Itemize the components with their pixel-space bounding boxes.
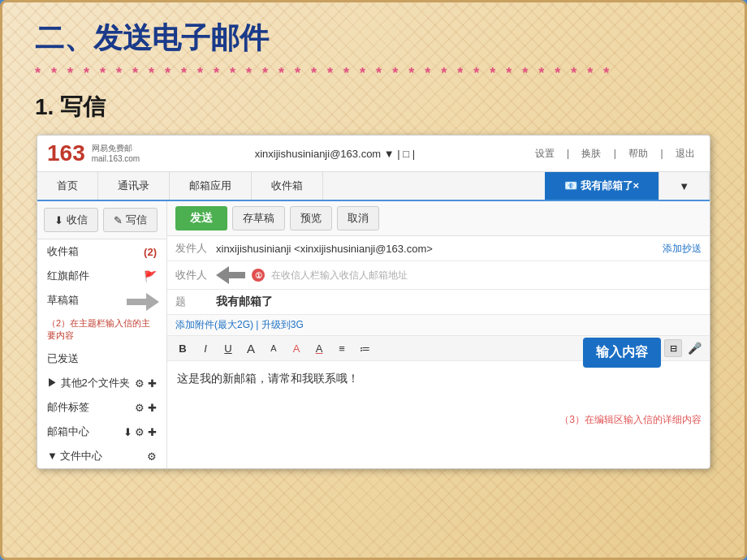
sidebar-other-folders[interactable]: ▶ 其他2个文件夹 ⚙ ✚ — [37, 371, 166, 395]
main-area: ⬇ 收信 ✎ 写信 收件箱 (2) — [37, 201, 710, 468]
svg-marker-0 — [216, 266, 245, 284]
bold-button[interactable]: B — [174, 339, 192, 357]
sidebar-mailbox-center[interactable]: 邮箱中心 ⬇ ⚙ ✚ — [37, 420, 166, 444]
arrow-left-icon — [216, 266, 245, 284]
nav-apps[interactable]: 邮箱应用 — [170, 172, 252, 200]
preview-button[interactable]: 预览 — [290, 206, 332, 230]
right-arrow-annotation — [127, 293, 159, 311]
annotation-3: （3）在编辑区输入信的详细内容 — [167, 410, 710, 430]
svg-marker-1 — [127, 293, 159, 311]
mic-icon[interactable]: 🎤 — [685, 339, 703, 357]
stars-divider: * * * * * * * * * * * * * * * * * * * * … — [35, 65, 712, 82]
header-link-skin[interactable]: 换肤 — [581, 148, 601, 159]
logo-text: 网易免费邮 mail.163.com — [92, 143, 140, 164]
sender-field: 发件人 xinxijishusinianji <xinxijishusinian… — [167, 236, 710, 261]
font-size-large-button[interactable]: A — [242, 339, 260, 357]
nav-inbox[interactable]: 收件箱 — [252, 172, 323, 200]
write-button[interactable]: ✎ 写信 — [103, 208, 158, 232]
logo-line1: 网易免费邮 — [92, 143, 140, 153]
body-text: 这是我的新邮箱，请常和我联系哦！ — [177, 372, 359, 385]
sidebar-file-center[interactable]: ▼ 文件中心 ⚙ — [37, 444, 166, 468]
download-icon: ⬇ — [54, 214, 63, 226]
font-color2-button[interactable]: A — [310, 339, 328, 357]
sidebar-flagged[interactable]: 红旗邮件 🚩 — [37, 264, 166, 288]
sidebar-sent-label[interactable]: 已发送 — [37, 347, 166, 371]
compose-area: 发送 存草稿 预览 取消 发件人 xinxijishusinianji <xin… — [167, 201, 710, 468]
input-content-tooltip: 输入内容 — [583, 338, 661, 368]
page-title: 二、发送电子邮件 — [35, 19, 712, 58]
recipient-box: ① 在收信人栏输入收信人邮箱地址 — [216, 266, 702, 284]
sidebar-sent[interactable]: （2）在主题栏输入信的主要内容 — [37, 312, 166, 347]
add-attachment-link[interactable]: 添加附件(最大2G) — [175, 319, 253, 330]
editor-area[interactable]: 这是我的新邮箱，请常和我联系哦！ — [167, 361, 710, 410]
upgrade-link[interactable]: 升级到3G — [261, 319, 304, 330]
format-icon-2[interactable]: ⊟ — [664, 339, 682, 357]
align-button[interactable]: ≡ — [333, 339, 351, 357]
section-subtitle: 1. 写信 — [35, 92, 712, 123]
subject-value[interactable]: 我有邮箱了 — [216, 295, 702, 309]
left-toolbar: ⬇ 收信 ✎ 写信 — [37, 201, 166, 239]
sidebar-tags[interactable]: 邮件标签 ⚙ ✚ — [37, 395, 166, 420]
header-email-address: xinxijishusinianji@163.com ▼ | □ | — [255, 148, 415, 160]
annotation-circle-1: ① — [252, 269, 265, 282]
edit-icon: ✎ — [114, 214, 123, 226]
add-cc-link[interactable]: 添加抄送 — [663, 242, 702, 256]
save-draft-button[interactable]: 存草稿 — [232, 206, 285, 230]
header-link-logout[interactable]: 退出 — [676, 148, 695, 159]
header-link-settings[interactable]: 设置 — [535, 148, 555, 159]
sender-value: xinxijishusinianji <xinxijishusinianji@1… — [216, 243, 663, 255]
cancel-button[interactable]: 取消 — [337, 206, 379, 230]
header-link-help[interactable]: 帮助 — [628, 148, 648, 159]
logo-line2: mail.163.com — [92, 153, 140, 164]
font-size-small-button[interactable]: A — [265, 339, 283, 357]
nav-contacts[interactable]: 通讯录 — [98, 172, 170, 200]
italic-button[interactable]: I — [196, 339, 214, 357]
nav-mailbox-active[interactable]: 📧 我有邮箱了× — [545, 172, 659, 200]
email-header: 163 网易免费邮 mail.163.com xinxijishusinianj… — [37, 136, 710, 172]
arrow-right-icon — [127, 293, 159, 311]
sidebar-inbox[interactable]: 收件箱 (2) — [37, 239, 166, 264]
nav-home[interactable]: 首页 — [37, 172, 98, 200]
receive-button[interactable]: ⬇ 收信 — [44, 208, 98, 232]
sender-label: 发件人 — [175, 241, 216, 256]
recipient-label: 收件人 — [175, 268, 216, 282]
logo-area: 163 网易免费邮 mail.163.com — [47, 142, 140, 165]
recipient-field: 收件人 ① 在收信人栏输入收信人邮箱地址 — [167, 261, 710, 290]
recipient-hint: 在收信人栏输入收信人邮箱地址 — [271, 269, 408, 282]
send-button[interactable]: 发送 — [175, 206, 227, 230]
list-button[interactable]: ≔ — [356, 339, 374, 357]
underline-button[interactable]: U — [219, 339, 237, 357]
email-client-mockup: 163 网易免费邮 mail.163.com xinxijishusinianj… — [37, 135, 710, 469]
compose-toolbar: 发送 存草稿 预览 取消 — [167, 201, 710, 236]
left-arrow-annotation — [216, 266, 245, 284]
header-links: 设置 | 换肤 | 帮助 | 退出 — [530, 147, 700, 161]
font-color-button[interactable]: A — [287, 339, 305, 357]
slide: 二、发送电子邮件 * * * * * * * * * * * * * * * *… — [0, 0, 747, 560]
logo-163: 163 — [47, 142, 85, 165]
left-panel: ⬇ 收信 ✎ 写信 收件箱 (2) — [37, 201, 167, 468]
subject-label: 题 — [175, 295, 216, 309]
nav-bar: 首页 通讯录 邮箱应用 收件箱 📧 我有邮箱了× ▼ — [37, 172, 710, 201]
sidebar: 收件箱 (2) 红旗邮件 🚩 草稿箱 （2）在主题栏输入信的主要内容 — [37, 239, 167, 468]
nav-more[interactable]: ▼ — [659, 172, 710, 200]
content-area: 二、发送电子邮件 * * * * * * * * * * * * * * * *… — [2, 2, 745, 485]
nav-spacer — [323, 172, 545, 200]
format-toolbar: B I U A A A A ≡ ≔ 输入内容 ⊞ — [167, 336, 710, 361]
subject-field: 题 我有邮箱了 — [167, 290, 710, 315]
attachment-bar: 添加附件(最大2G) | 升级到3G — [167, 315, 710, 336]
